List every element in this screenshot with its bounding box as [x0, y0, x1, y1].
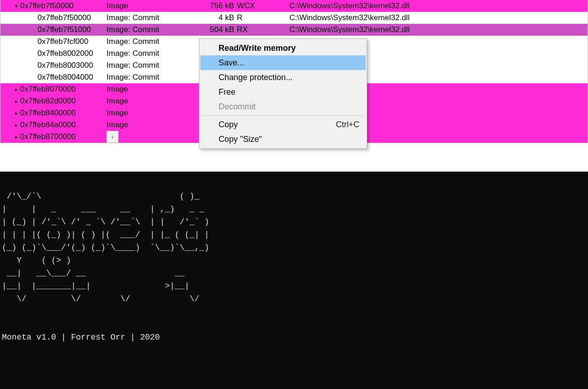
memory-table[interactable]: ▾0x7ffeb7f50000Image756 kBWCXC:\Windows\…: [0, 0, 588, 143]
table-row[interactable]: 0x7ffeb7f50000Image: Commit4 kBRC:\Windo…: [0, 12, 588, 24]
chevron-down-icon[interactable]: ▾: [13, 3, 19, 9]
type-cell: Image: Commit: [107, 61, 203, 70]
address: 0x7ffeb7f50000: [37, 13, 91, 22]
scroll-left-button[interactable]: ‹: [107, 131, 118, 143]
chevron-right-icon[interactable]: ▸: [13, 122, 19, 128]
protection-cell: R: [237, 13, 289, 22]
menu-item-label: Save...: [219, 58, 244, 68]
type-cell: Image: [107, 108, 203, 118]
size-cell: 756 kB: [203, 1, 237, 11]
menu-item[interactable]: Read/Write memory: [200, 41, 366, 55]
address: 0x7ffeb7f51000: [37, 25, 91, 34]
menu-separator: [201, 115, 365, 116]
type-cell: Image: Commit: [107, 73, 203, 82]
menu-item[interactable]: CopyCtrl+C: [200, 117, 366, 132]
address: 0x7ffeb8003000: [37, 61, 93, 70]
path-cell: C:\Windows\System32\kernel32.dll: [289, 1, 588, 11]
menu-item[interactable]: Free: [200, 85, 366, 99]
chevron-right-icon[interactable]: ▸: [13, 134, 19, 140]
type-cell: Image: Commit: [107, 13, 203, 22]
type-cell: Image: Commit: [107, 37, 203, 46]
menu-item[interactable]: Save...: [200, 55, 366, 70]
size-cell: 4 kB: [203, 13, 237, 22]
context-menu: Read/Write memorySave...Change protectio…: [199, 38, 367, 149]
type-cell: Image: Commit: [107, 25, 203, 34]
menu-item-label: Change protection...: [219, 73, 293, 82]
banner: Moneta v1.0 | Forrest Orr | 2020: [2, 333, 160, 342]
type-cell: Image: [107, 97, 203, 106]
address: 0x7ffeb8004000: [37, 73, 93, 82]
menu-item-label: Copy: [219, 120, 238, 130]
menu-item[interactable]: Change protection...: [200, 70, 366, 85]
terminal-output: /'\_/`\ ( )_ | | _ ___ __ | ,_) _ _ | (_…: [0, 172, 588, 389]
path-cell: C:\Windows\System32\kernel32.dll: [289, 25, 588, 34]
chevron-right-icon[interactable]: ▸: [13, 98, 19, 104]
table-row[interactable]: 0x7ffeb7f51000Image: Commit504 kBRXC:\Wi…: [0, 24, 588, 36]
menu-item: Decommit: [200, 99, 366, 114]
protection-cell: RX: [237, 25, 289, 34]
address: 0x7ffeb82d0000: [20, 97, 76, 106]
address: 0x7ffeb7f50000: [20, 1, 74, 11]
type-cell: Image: [107, 120, 203, 130]
table-row[interactable]: ▾0x7ffeb7f50000Image756 kBWCXC:\Windows\…: [0, 0, 588, 12]
menu-item-label: Free: [219, 87, 235, 97]
address: 0x7ffeb8002000: [37, 49, 93, 58]
protection-cell: WCX: [237, 1, 289, 11]
chevron-right-icon[interactable]: ▸: [13, 110, 19, 116]
type-cell: Image: [107, 85, 203, 94]
type-cell: Image: Commit: [107, 49, 203, 58]
address: 0x7ffeb8070000: [20, 85, 76, 94]
menu-item-label: Read/Write memory: [219, 43, 296, 53]
menu-item-label: Decommit: [219, 102, 256, 112]
address: 0x7ffeb84a0000: [20, 120, 76, 130]
type-cell: Image: [107, 1, 203, 11]
path-cell: C:\Windows\System32\kernel32.dll: [289, 13, 588, 22]
size-cell: 504 kB: [203, 25, 237, 34]
menu-item-label: Copy "Size": [219, 135, 262, 144]
address: 0x7ffeb8400000: [20, 108, 76, 118]
address: 0x7ffeb7fcf000: [37, 37, 88, 46]
menu-item[interactable]: Copy "Size": [200, 132, 366, 146]
ascii-art: /'\_/`\ ( )_ | | _ ___ __ | ,_) _ _ | (_…: [2, 190, 586, 305]
address: 0x7ffeb8700000: [20, 132, 76, 141]
menu-shortcut: Ctrl+C: [336, 120, 359, 130]
chevron-right-icon[interactable]: ▸: [13, 86, 19, 92]
